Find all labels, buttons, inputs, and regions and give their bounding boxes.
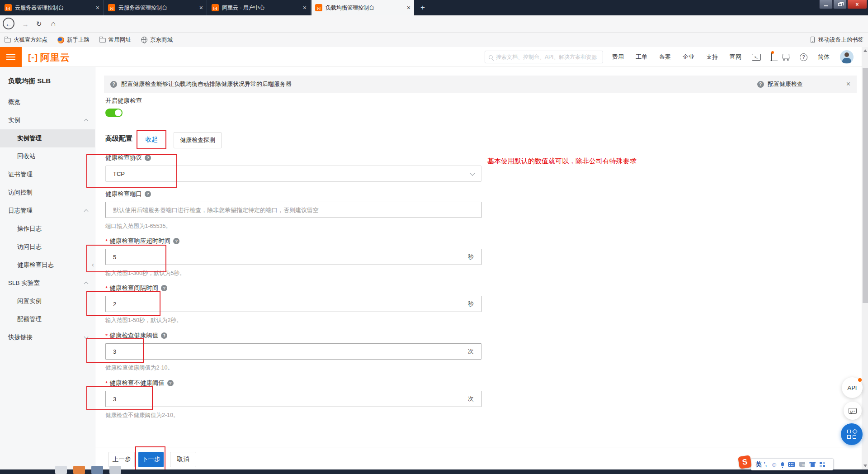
sidebar-item[interactable]: 概览 — [0, 93, 95, 111]
header-nav-item[interactable]: 费用 — [612, 53, 624, 61]
healthy-threshold-input[interactable] — [113, 348, 463, 355]
notifications-bell-icon[interactable] — [771, 53, 772, 61]
taskbar-app-icon[interactable] — [55, 466, 67, 474]
home-button[interactable]: ⌂ — [47, 18, 60, 30]
help-question-icon[interactable]: ? — [161, 285, 167, 291]
sidebar-item[interactable]: 操作日志 — [0, 220, 95, 238]
red-annotation-text: 基本使用默认的数值就可以，除非公司有特殊要求 — [487, 157, 637, 166]
ime-language-indicator[interactable]: 英 — [755, 460, 762, 469]
help-question-icon[interactable]: ? — [161, 332, 167, 339]
sogou-logo[interactable]: S — [738, 455, 751, 469]
restore-button[interactable] — [833, 0, 847, 9]
scrollbar-thumb[interactable] — [863, 68, 868, 303]
taskbar-app-icon[interactable] — [91, 466, 103, 474]
sidebar-item[interactable]: 健康检查日志 — [0, 256, 95, 274]
microphone-icon[interactable] — [781, 462, 784, 466]
sidebar-item[interactable]: 闲置实例 — [0, 292, 95, 310]
tab-close-icon[interactable]: × — [96, 4, 99, 11]
check-interval-input[interactable] — [113, 301, 463, 308]
taskbar-app-icon[interactable] — [109, 466, 121, 474]
close-button[interactable]: × — [847, 0, 867, 9]
browser-tab[interactable]: [-] 阿里云 - 用户中心 × — [208, 0, 311, 15]
sidebar-item[interactable]: 访问日志 — [0, 238, 95, 256]
sidebar-item[interactable]: 回收站 — [0, 147, 95, 166]
windows-taskbar[interactable] — [0, 469, 868, 474]
header-nav-item[interactable]: 工单 — [636, 53, 647, 61]
header-nav-item[interactable]: 支持 — [706, 53, 718, 61]
response-timeout-input[interactable] — [113, 254, 463, 261]
sidebar-item[interactable]: SLB 实验室 — [0, 274, 95, 292]
health-check-toggle[interactable] — [105, 109, 123, 117]
tab-close-icon[interactable]: × — [407, 4, 410, 11]
ime-toolbar[interactable]: 英 ’, ☺ 10 — [750, 458, 834, 470]
bookmark-item[interactable]: 常用网址 — [99, 36, 131, 44]
vertical-scrollbar[interactable] — [862, 47, 868, 469]
header-nav-item[interactable]: 备案 — [659, 53, 671, 61]
health-check-probe-button[interactable]: 健康检查探测 — [174, 132, 222, 148]
bookmark-item[interactable]: 火狐官方站点 — [5, 36, 47, 44]
console-search[interactable] — [485, 51, 603, 63]
reload-button[interactable]: ↻ — [33, 18, 45, 30]
tab-close-icon[interactable]: × — [303, 4, 307, 11]
search-input[interactable] — [496, 54, 599, 60]
browser-tab[interactable]: [-] 负载均衡管理控制台 × — [311, 0, 414, 15]
cloudshell-terminal-icon[interactable]: >_ — [752, 54, 761, 61]
help-question-icon[interactable]: ? — [173, 238, 179, 244]
bookmark-item[interactable]: 京东商城 — [141, 36, 173, 44]
avatar[interactable] — [840, 50, 854, 64]
skin-tshirt-icon[interactable] — [809, 462, 816, 467]
feedback-chat-button[interactable]: ••• — [844, 402, 862, 420]
cancel-button[interactable]: 取消 — [170, 452, 196, 467]
prev-step-button[interactable]: 上一步 — [108, 452, 135, 467]
field-hint: 输入范围1-300秒，默认为5秒。 — [105, 270, 481, 277]
scroll-up-arrow[interactable] — [863, 49, 867, 52]
minimize-button[interactable] — [819, 0, 833, 9]
ime-punctuation-indicator[interactable]: ’, — [764, 461, 767, 468]
enable-health-check-label: 开启健康检查 — [105, 97, 142, 105]
api-float-button[interactable]: API — [842, 377, 863, 398]
quick-tools-button[interactable] — [841, 423, 863, 445]
taskbar-app-icon[interactable] — [73, 466, 85, 474]
sidebar-item[interactable]: 日志管理 — [0, 202, 95, 220]
header-nav-item[interactable]: 企业 — [683, 53, 694, 61]
emoji-icon[interactable]: ☺ — [771, 461, 777, 468]
keyboard-icon[interactable] — [788, 462, 795, 467]
aliyun-logo[interactable]: [-] 阿里云 — [28, 51, 70, 64]
collapse-link[interactable]: 收起 — [137, 130, 166, 149]
panel-close-icon[interactable]: × — [846, 80, 850, 88]
forward-button[interactable]: → — [19, 18, 32, 30]
sidebar-item[interactable]: 实例管理 — [0, 129, 95, 147]
field-hint: 健康检查不健康阈值为2-10。 — [105, 412, 481, 419]
help-question-icon[interactable]: ? — [145, 155, 151, 161]
unhealthy-threshold-input[interactable] — [113, 396, 463, 403]
sidebar-item[interactable]: 配额管理 — [0, 310, 95, 328]
scroll-down-arrow[interactable] — [863, 465, 867, 467]
input-wrap: 秒 — [105, 249, 481, 265]
sidebar-item[interactable]: 访问控制 — [0, 184, 95, 202]
help-question-icon[interactable]: ? — [145, 191, 151, 197]
sidebar-collapse-handle[interactable]: ‹ — [92, 261, 94, 268]
bookmark-label: 火狐官方站点 — [14, 36, 47, 44]
input-stats-icon[interactable]: 10 — [799, 462, 805, 467]
locale-switch[interactable]: 简体 — [818, 53, 830, 61]
sidebar-item[interactable]: 快捷链接 — [0, 328, 95, 346]
console-menu-button[interactable] — [0, 47, 22, 67]
mobile-bookmarks[interactable]: 移动设备上的书签 — [811, 36, 863, 44]
browser-tab[interactable]: [-] 云服务器管理控制台 × — [1, 0, 104, 15]
new-tab-button[interactable]: + — [417, 2, 429, 13]
health-check-port-input[interactable] — [113, 207, 474, 213]
tab-close-icon[interactable]: × — [199, 4, 203, 11]
browser-tab[interactable]: [-] 云服务器管理控制台 × — [104, 0, 207, 15]
help-icon[interactable]: ? — [800, 53, 807, 61]
bookmark-item[interactable]: 新手上路 — [57, 36, 90, 44]
select-value: TCP — [113, 171, 125, 177]
back-button[interactable]: ← — [3, 18, 14, 29]
header-nav-item[interactable]: 官网 — [730, 53, 741, 61]
sidebar-item[interactable]: 实例 — [0, 111, 95, 129]
health-check-protocol-select[interactable]: TCP — [105, 166, 481, 182]
cart-icon[interactable] — [783, 54, 790, 58]
sidebar-item[interactable]: 证书管理 — [0, 166, 95, 184]
help-question-icon[interactable]: ? — [167, 380, 174, 386]
next-step-button[interactable]: 下一步 — [138, 452, 164, 467]
ime-menu-icon[interactable] — [820, 462, 825, 467]
